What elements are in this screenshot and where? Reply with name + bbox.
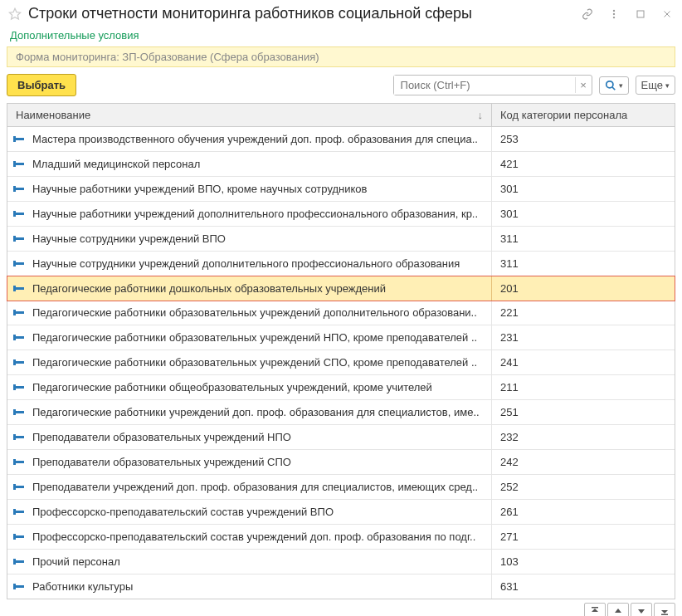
svg-line-8 <box>611 86 615 90</box>
table-row[interactable]: Педагогические работники общеобразовател… <box>7 375 675 400</box>
column-header-code[interactable]: Код категории персонала <box>492 104 675 126</box>
cell-name: Педагогические работники образовательных… <box>7 301 492 325</box>
item-icon <box>16 386 24 389</box>
item-icon <box>16 585 24 588</box>
svg-marker-12 <box>638 609 645 614</box>
cell-code: 631 <box>492 574 675 599</box>
row-name-label: Научные работники учреждений дополнитель… <box>32 208 478 220</box>
cell-name: Преподаватели учреждений доп. проф. обра… <box>7 475 492 499</box>
cell-name: Педагогические работники образовательных… <box>7 350 492 374</box>
item-icon <box>16 535 24 538</box>
row-name-label: Прочий персонал <box>32 555 120 568</box>
table-row[interactable]: Педагогические работники образовательных… <box>7 350 675 375</box>
svg-point-2 <box>613 12 615 14</box>
cell-name: Научные сотрудники учреждений дополнител… <box>7 252 492 276</box>
item-icon <box>16 188 24 190</box>
table-row[interactable]: Профессорско-преподавательский состав уч… <box>7 525 675 550</box>
row-name-label: Профессорско-преподавательский состав уч… <box>32 530 475 543</box>
navigation-footer <box>0 599 682 616</box>
table-row[interactable]: Мастера производственного обучения учреж… <box>7 127 675 152</box>
cell-code: 311 <box>492 227 675 251</box>
table-row[interactable]: Педагогические работники учреждений доп.… <box>7 400 675 425</box>
svg-marker-13 <box>661 610 668 614</box>
cell-name: Педагогические работники учреждений доп.… <box>7 400 492 424</box>
table-row[interactable]: Младший медицинской персонал421 <box>7 152 675 177</box>
table-row[interactable]: Преподаватели образовательных учреждений… <box>7 425 675 450</box>
nav-first-button[interactable] <box>584 603 606 616</box>
item-icon <box>16 336 24 339</box>
row-name-label: Педагогические работники образовательных… <box>32 356 477 369</box>
table-header: Наименование ↓ Код категории персонала <box>7 104 675 127</box>
row-name-label: Профессорско-преподавательский состав уч… <box>32 506 334 518</box>
table-row[interactable]: Педагогические работники образовательных… <box>7 325 675 350</box>
row-name-label: Педагогические работники дошкольных обра… <box>32 282 386 295</box>
svg-rect-14 <box>661 614 668 616</box>
chevron-down-icon: ▾ <box>665 81 670 90</box>
cell-code: 211 <box>492 375 675 399</box>
more-button[interactable]: Еще ▾ <box>636 76 675 95</box>
link-icon[interactable] <box>581 7 594 21</box>
row-name-label: Педагогические работники образовательных… <box>32 306 477 319</box>
toolbar: Выбрать × ▾ Еще ▾ <box>0 67 682 103</box>
nav-last-button[interactable] <box>654 603 675 616</box>
chevron-down-icon: ▾ <box>619 81 623 90</box>
favorite-star-icon[interactable] <box>8 7 22 21</box>
table-row[interactable]: Научные сотрудники учреждений дополнител… <box>7 252 675 276</box>
cell-name: Преподаватели образовательных учреждений… <box>7 450 492 474</box>
cell-code: 421 <box>492 152 675 176</box>
cell-code: 301 <box>492 177 675 201</box>
maximize-icon[interactable] <box>634 7 647 21</box>
sort-arrow-icon: ↓ <box>478 109 484 121</box>
cell-code: 251 <box>492 400 675 424</box>
table-row[interactable]: Прочий персонал103 <box>7 550 675 574</box>
row-name-label: Научные сотрудники учреждений ВПО <box>32 232 226 245</box>
cell-code: 271 <box>492 525 675 549</box>
additional-conditions-link[interactable]: Дополнительные условия <box>0 27 682 43</box>
table-row[interactable]: Работники культуры631 <box>7 574 675 599</box>
table-row[interactable]: Научные сотрудники учреждений ВПО311 <box>7 227 675 252</box>
select-button[interactable]: Выбрать <box>7 74 76 96</box>
cell-name: Педагогические работники дошкольных обра… <box>7 276 492 301</box>
window-title: Строки отчетности мониторинга работников… <box>28 5 568 22</box>
cell-code: 242 <box>492 450 675 474</box>
search-button[interactable]: ▾ <box>599 76 629 95</box>
table-row[interactable]: Педагогические работники образовательных… <box>7 301 675 325</box>
table-row[interactable]: Преподаватели образовательных учреждений… <box>7 450 675 475</box>
cell-code: 311 <box>492 252 675 276</box>
item-icon <box>16 237 24 240</box>
item-icon <box>16 163 24 165</box>
item-icon <box>16 411 24 413</box>
cell-name: Прочий персонал <box>7 550 492 574</box>
svg-point-7 <box>606 81 612 87</box>
row-name-label: Преподаватели учреждений доп. проф. обра… <box>32 481 478 493</box>
nav-up-button[interactable] <box>607 603 629 616</box>
row-name-label: Педагогические работники образовательных… <box>32 331 477 344</box>
cell-name: Профессорско-преподавательский состав уч… <box>7 525 492 549</box>
table-row[interactable]: Педагогические работники дошкольных обра… <box>7 276 675 301</box>
svg-marker-11 <box>615 609 621 613</box>
cell-name: Мастера производственного обучения учреж… <box>7 127 492 151</box>
item-icon <box>16 311 24 314</box>
cell-code: 253 <box>492 127 675 151</box>
table-row[interactable]: Профессорско-преподавательский состав уч… <box>7 500 675 525</box>
cell-code: 241 <box>492 350 675 374</box>
column-label: Наименование <box>16 109 90 121</box>
cell-code: 231 <box>492 325 675 350</box>
item-icon <box>16 560 24 563</box>
kebab-menu-icon[interactable] <box>607 7 621 21</box>
search-input[interactable] <box>394 76 575 95</box>
column-header-name[interactable]: Наименование ↓ <box>7 104 492 126</box>
nav-down-button[interactable] <box>631 603 652 616</box>
table-row[interactable]: Преподаватели учреждений доп. проф. обра… <box>7 475 675 500</box>
cell-name: Научные работники учреждений ВПО, кроме … <box>7 177 492 201</box>
item-icon <box>16 138 24 140</box>
cell-code: 252 <box>492 475 675 499</box>
cell-name: Работники культуры <box>7 574 492 599</box>
data-table: Наименование ↓ Код категории персонала М… <box>7 103 675 599</box>
table-row[interactable]: Научные работники учреждений ВПО, кроме … <box>7 177 675 202</box>
search-clear-icon[interactable]: × <box>575 77 592 93</box>
cell-code: 232 <box>492 425 675 449</box>
table-row[interactable]: Научные работники учреждений дополнитель… <box>7 202 675 227</box>
close-icon[interactable] <box>660 7 674 21</box>
window-header: Строки отчетности мониторинга работников… <box>0 0 682 27</box>
